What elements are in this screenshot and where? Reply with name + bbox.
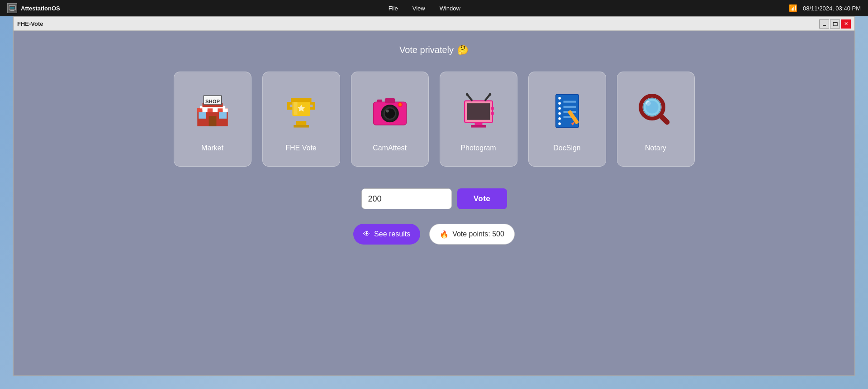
taskbar-app-name: AttestationOS — [21, 5, 60, 12]
app-label-camattest: CamAttest — [373, 144, 407, 152]
vote-points-text: Vote points: 500 — [452, 230, 504, 238]
vote-area: Vote — [361, 188, 507, 209]
app-label-market: Market — [201, 144, 223, 152]
window-controls: 🗕 🗖 ✕ — [819, 19, 851, 29]
datetime: 08/11/2024, 03:40 PM — [803, 5, 861, 12]
window-title: FHE-Vote — [17, 20, 43, 27]
close-button[interactable]: ✕ — [841, 19, 851, 29]
market-icon: SHOP — [188, 86, 237, 136]
vote-input[interactable] — [361, 188, 452, 209]
svg-rect-12 — [202, 108, 207, 112]
vote-points-badge: 🔥 Vote points: 500 — [429, 224, 515, 245]
svg-rect-52 — [471, 125, 486, 128]
svg-point-39 — [386, 110, 389, 113]
svg-point-74 — [645, 101, 658, 114]
svg-point-61 — [558, 117, 561, 120]
svg-rect-18 — [219, 112, 227, 119]
window-titlebar: FHE-Vote 🗕 🗖 ✕ — [14, 17, 854, 31]
svg-point-50 — [489, 93, 491, 96]
menu-file[interactable]: File — [389, 5, 398, 12]
heading-text: Vote privately — [399, 45, 454, 55]
app-label-docsign: DocSign — [553, 144, 580, 152]
eye-icon: 👁 — [363, 230, 370, 238]
taskbar-menu: File View Window — [389, 5, 460, 12]
heading-emoji: 🤔 — [457, 44, 469, 55]
svg-rect-64 — [563, 106, 576, 108]
docsign-icon — [542, 86, 592, 136]
svg-point-58 — [558, 102, 561, 105]
bottom-row: 👁 See results 🔥 Vote points: 500 — [353, 224, 515, 245]
maximize-button[interactable]: 🗖 — [830, 19, 840, 29]
menu-window[interactable]: Window — [440, 5, 460, 12]
taskbar: AttestationOS File View Window 📶 08/11/2… — [0, 0, 868, 16]
svg-point-57 — [558, 97, 561, 100]
fhe-vote-icon — [276, 86, 326, 136]
svg-point-41 — [398, 103, 402, 106]
taskbar-logo — [7, 3, 17, 13]
see-results-button[interactable]: 👁 See results — [353, 224, 420, 245]
svg-rect-42 — [377, 100, 382, 102]
app-card-camattest[interactable]: CamAttest — [351, 72, 429, 167]
svg-rect-24 — [294, 102, 297, 115]
svg-rect-16 — [223, 108, 228, 112]
svg-rect-10 — [209, 116, 216, 126]
svg-rect-53 — [491, 107, 494, 110]
app-card-market[interactable]: SHOP Market — [174, 72, 251, 167]
taskbar-right: 📶 08/11/2024, 03:40 PM — [789, 4, 861, 12]
svg-point-60 — [558, 112, 561, 115]
svg-rect-19 — [296, 121, 306, 125]
app-card-notary[interactable]: Notary — [617, 72, 695, 167]
svg-rect-3 — [10, 7, 14, 9]
window-content: Vote privately 🤔 SHOP — [14, 31, 854, 375]
see-results-label: See results — [374, 230, 410, 238]
app-label-photogram: Photogram — [460, 144, 496, 152]
svg-rect-14 — [213, 108, 218, 112]
svg-point-59 — [558, 107, 561, 110]
svg-rect-23 — [291, 98, 311, 102]
page-heading: Vote privately 🤔 — [399, 44, 469, 55]
wifi-icon: 📶 — [789, 4, 797, 12]
vote-button[interactable]: Vote — [457, 188, 507, 209]
fire-icon: 🔥 — [440, 230, 449, 239]
app-label-fhe-vote: FHE Vote — [285, 144, 316, 152]
svg-rect-20 — [294, 125, 309, 128]
notary-icon — [631, 86, 681, 136]
svg-rect-54 — [491, 112, 494, 115]
svg-rect-17 — [199, 112, 206, 119]
svg-rect-27 — [287, 107, 292, 110]
minimize-button[interactable]: 🗕 — [819, 19, 829, 29]
app-label-notary: Notary — [645, 144, 666, 152]
photogram-icon — [454, 86, 503, 136]
svg-rect-46 — [467, 103, 490, 120]
app-grid: SHOP Market — [174, 72, 695, 167]
app-card-photogram[interactable]: Photogram — [440, 72, 517, 167]
svg-rect-63 — [563, 101, 576, 103]
svg-point-62 — [558, 122, 561, 125]
taskbar-left: AttestationOS — [7, 3, 60, 13]
camattest-icon — [365, 86, 415, 136]
main-window: FHE-Vote 🗕 🗖 ✕ Vote privately 🤔 — [13, 16, 855, 376]
svg-point-49 — [465, 93, 468, 96]
svg-rect-13 — [207, 108, 212, 112]
app-card-fhe-vote[interactable]: FHE Vote — [262, 72, 340, 167]
app-card-docsign[interactable]: DocSign — [528, 72, 606, 167]
svg-rect-1 — [10, 10, 14, 11]
svg-rect-30 — [310, 107, 315, 110]
svg-text:SHOP: SHOP — [205, 99, 220, 104]
svg-rect-11 — [197, 108, 202, 112]
menu-view[interactable]: View — [413, 5, 425, 12]
svg-rect-15 — [218, 108, 223, 112]
svg-rect-34 — [384, 98, 395, 103]
